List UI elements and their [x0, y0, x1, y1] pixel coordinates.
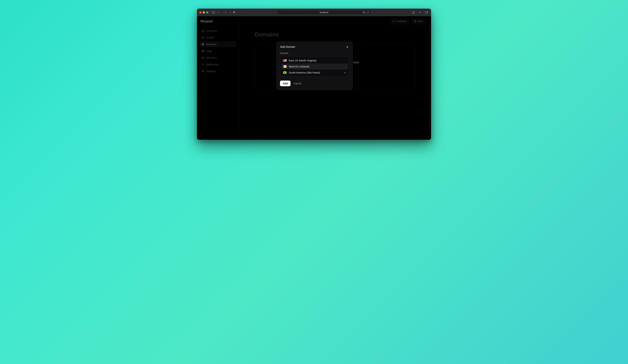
- browser-chrome: localhost: [197, 9, 431, 16]
- flag-br-icon: [283, 71, 287, 74]
- region-option-east-us[interactable]: East US (North Virginia): [281, 58, 348, 63]
- close-icon[interactable]: [346, 45, 349, 49]
- translate-icon[interactable]: [363, 11, 365, 13]
- sidebar-toggle-icon[interactable]: [212, 10, 216, 14]
- minimize-window-button[interactable]: [203, 11, 205, 13]
- option-label: West EU (Ireland): [289, 65, 309, 68]
- region-option-west-eu[interactable]: West EU (Ireland): [281, 63, 348, 69]
- address-bar-text: localhost: [320, 11, 328, 14]
- field-label-domain: Domain: [280, 52, 349, 55]
- add-domain-modal: Add Domain Domain East US (North Virgini…: [276, 42, 353, 90]
- chevron-down-icon[interactable]: [216, 10, 221, 14]
- address-bar[interactable]: localhost: [277, 10, 371, 15]
- region-option-south-america[interactable]: South America (São Paulo): [281, 69, 348, 75]
- flag-us-icon: [283, 59, 287, 62]
- region-dropdown[interactable]: East US (North Virginia) West EU (Irelan…: [280, 56, 349, 77]
- forward-button[interactable]: [228, 10, 233, 14]
- svg-rect-5: [425, 12, 427, 13]
- flag-ie-icon: [283, 65, 287, 68]
- maximize-window-button[interactable]: [206, 11, 208, 13]
- modal-title: Add Domain: [280, 45, 295, 49]
- share-icon[interactable]: [411, 10, 415, 14]
- close-window-button[interactable]: [199, 11, 201, 13]
- add-button[interactable]: Add: [280, 81, 291, 86]
- reload-icon[interactable]: [367, 11, 369, 14]
- app-root: Resend Overview Emails Domains Logs: [197, 16, 431, 140]
- option-label: East US (North Virginia): [289, 59, 316, 62]
- browser-window: localhost: [197, 9, 431, 140]
- svg-rect-0: [212, 11, 215, 13]
- button-label: Cancel: [293, 82, 301, 85]
- window-controls: [199, 11, 208, 13]
- cancel-button[interactable]: Cancel: [293, 82, 301, 85]
- back-button[interactable]: [224, 10, 228, 14]
- check-icon: [344, 71, 346, 74]
- new-tab-icon[interactable]: [418, 10, 422, 14]
- option-label: South America (São Paulo): [289, 71, 320, 74]
- shield-icon[interactable]: [232, 10, 236, 14]
- tabs-icon[interactable]: [424, 10, 429, 14]
- button-label: Add: [283, 82, 288, 85]
